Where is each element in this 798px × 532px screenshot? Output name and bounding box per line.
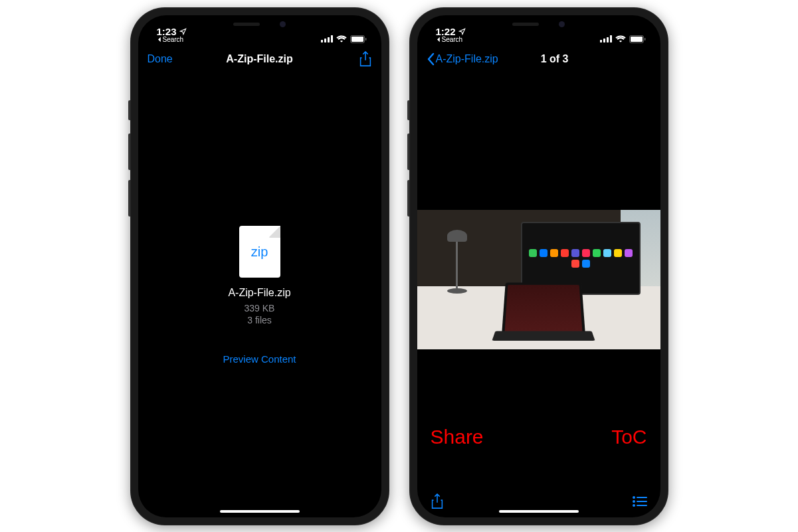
status-indicators (600, 35, 646, 43)
share-icon[interactable] (431, 493, 444, 509)
svg-point-16 (633, 500, 635, 503)
notch (482, 15, 595, 34)
location-icon (179, 28, 187, 35)
file-count: 3 files (247, 315, 272, 325)
screen-left: 1:23 Search Done A-Zip-File.zip (138, 15, 381, 517)
preview-content-button[interactable]: Preview Content (223, 353, 296, 365)
home-indicator[interactable] (499, 510, 579, 513)
wifi-icon (615, 35, 626, 43)
svg-rect-3 (331, 35, 333, 43)
screen-right: 1:22 Search A-Zip-File.zip (417, 15, 660, 517)
location-icon (458, 28, 466, 35)
svg-point-18 (633, 504, 635, 507)
svg-rect-7 (600, 40, 602, 43)
back-button[interactable]: A-Zip-File.zip (427, 52, 498, 66)
battery-icon (629, 35, 646, 43)
nav-bar: A-Zip-File.zip 1 of 3 (417, 44, 660, 74)
cellular-icon (600, 35, 612, 43)
chevron-left-icon (157, 37, 161, 43)
home-indicator[interactable] (220, 510, 300, 513)
nav-title: 1 of 3 (498, 53, 611, 65)
share-icon[interactable] (359, 51, 372, 67)
iphone-left: 1:23 Search Done A-Zip-File.zip (130, 7, 389, 525)
svg-rect-10 (610, 35, 612, 43)
status-back-to-app[interactable]: Search (157, 36, 184, 43)
notch (203, 15, 316, 34)
status-back-to-app[interactable]: Search (436, 36, 463, 43)
status-indicators (321, 35, 367, 43)
file-name: A-Zip-File.zip (228, 287, 290, 299)
svg-point-14 (633, 496, 635, 499)
svg-rect-1 (324, 39, 326, 43)
svg-rect-8 (603, 39, 605, 43)
svg-rect-6 (365, 38, 366, 41)
svg-rect-13 (645, 38, 645, 41)
chevron-left-icon (436, 37, 441, 43)
annotation-toc: ToC (611, 426, 647, 448)
annotation-share: Share (431, 426, 484, 448)
svg-rect-5 (351, 37, 363, 42)
iphone-right: 1:22 Search A-Zip-File.zip (409, 7, 668, 525)
battery-icon (350, 35, 367, 43)
annotation-overlay: Share ToC (417, 426, 660, 448)
svg-rect-9 (607, 37, 609, 43)
preview-image[interactable] (417, 210, 660, 349)
file-size: 339 KB (245, 303, 275, 313)
svg-rect-2 (328, 37, 330, 43)
svg-rect-0 (321, 40, 323, 43)
cellular-icon (321, 35, 333, 43)
svg-rect-15 (637, 497, 647, 498)
file-info-content: zip A-Zip-File.zip 339 KB 3 files Previe… (138, 74, 381, 517)
preview-content[interactable]: Share ToC (417, 74, 660, 486)
nav-title: A-Zip-File.zip (187, 53, 332, 65)
done-button[interactable]: Done (148, 53, 173, 65)
svg-rect-17 (637, 501, 647, 502)
chevron-left-icon (427, 52, 435, 66)
svg-rect-12 (631, 37, 643, 42)
nav-bar: Done A-Zip-File.zip (138, 44, 381, 74)
svg-rect-19 (637, 505, 647, 506)
back-label: A-Zip-File.zip (436, 53, 498, 65)
list-icon[interactable] (633, 496, 647, 507)
wifi-icon (336, 35, 347, 43)
zip-file-icon: zip (239, 226, 280, 278)
